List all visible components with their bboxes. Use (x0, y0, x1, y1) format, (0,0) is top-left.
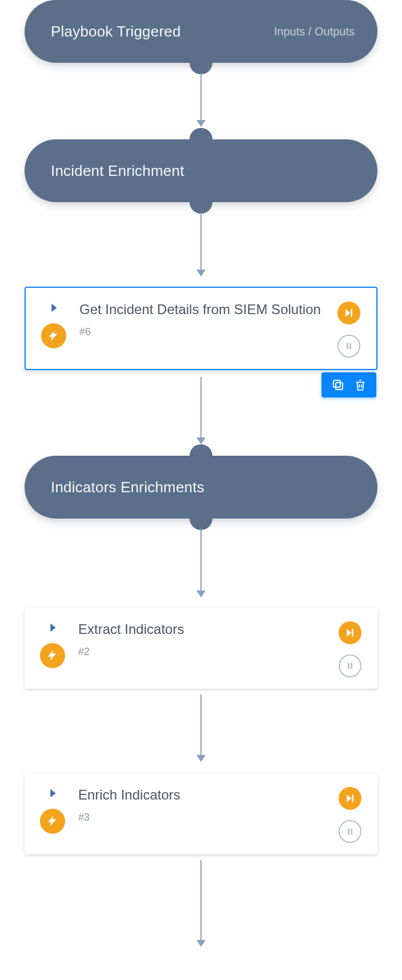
connector-port-in[interactable] (190, 762, 212, 785)
connector-port-out[interactable] (190, 191, 212, 214)
svg-rect-6 (348, 663, 349, 669)
skip-button[interactable] (339, 787, 361, 810)
automation-icon (40, 809, 65, 834)
connector (200, 377, 202, 443)
connector-port-out[interactable] (190, 51, 212, 74)
task-title: Get Incident Details from SIEM Solution (79, 300, 324, 318)
expand-icon[interactable] (46, 300, 61, 315)
connector (200, 73, 202, 126)
pause-button[interactable] (337, 335, 360, 358)
connector (200, 694, 202, 761)
skip-button[interactable] (339, 621, 361, 644)
expand-icon[interactable] (45, 786, 60, 801)
inputs-outputs-link[interactable]: Inputs / Outputs (274, 25, 355, 38)
task-get-incident-details[interactable]: Get Incident Details from SIEM Solution … (25, 287, 377, 370)
task-id: #6 (79, 326, 324, 338)
connector (200, 212, 202, 275)
section-title: Incident Enrichment (25, 162, 184, 180)
connector-port-out[interactable] (190, 507, 212, 530)
svg-rect-1 (347, 343, 348, 350)
connector-port-in[interactable] (190, 276, 212, 299)
connector-port-in[interactable] (190, 128, 212, 151)
pause-button[interactable] (339, 654, 361, 677)
section-incident-enrichment[interactable]: Incident Enrichment (25, 139, 377, 202)
node-title: Playbook Triggered (25, 23, 181, 41)
svg-rect-10 (351, 829, 352, 835)
node-playbook-triggered[interactable]: Playbook Triggered Inputs / Outputs (25, 0, 377, 63)
connector (200, 529, 202, 596)
connector-port-in[interactable] (190, 444, 212, 467)
svg-rect-9 (348, 829, 349, 835)
task-enrich-indicators[interactable]: Enrich Indicators #3 (25, 773, 377, 854)
automation-icon (41, 323, 66, 348)
task-title: Enrich Indicators (78, 786, 325, 804)
connector (200, 860, 202, 946)
task-id: #2 (78, 646, 325, 658)
svg-rect-0 (351, 309, 352, 316)
playbook-canvas[interactable]: Playbook Triggered Inputs / Outputs Inci… (0, 0, 402, 980)
section-indicators-enrichments[interactable]: Indicators Enrichments (25, 456, 377, 519)
svg-rect-7 (351, 663, 352, 669)
svg-rect-2 (349, 343, 351, 350)
task-id: #3 (78, 812, 325, 824)
svg-rect-5 (352, 629, 353, 636)
skip-button[interactable] (337, 302, 360, 324)
section-title: Indicators Enrichments (25, 479, 204, 496)
task-title: Extract Indicators (78, 620, 325, 638)
expand-icon[interactable] (45, 620, 60, 635)
automation-icon (40, 643, 65, 668)
pause-button[interactable] (339, 820, 361, 843)
svg-rect-8 (352, 794, 353, 802)
connector-port-in[interactable] (190, 596, 212, 619)
task-extract-indicators[interactable]: Extract Indicators #2 (25, 608, 377, 689)
